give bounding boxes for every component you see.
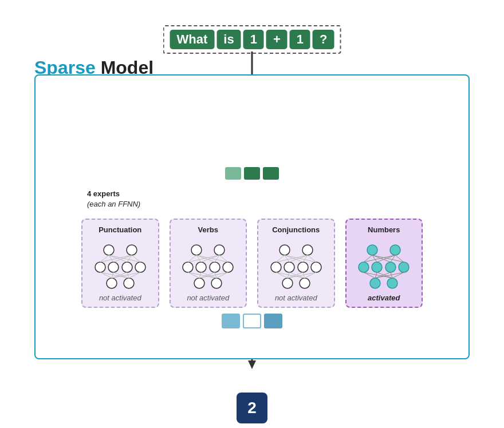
expert-conjunctions-title: Conjunctions — [272, 225, 320, 234]
svg-point-94 — [370, 278, 380, 288]
svg-point-17 — [127, 245, 137, 255]
svg-marker-9 — [248, 360, 256, 369]
expert-conjunctions-status: not activated — [275, 294, 317, 302]
experts-label: 4 experts (each an FFNN) — [87, 189, 140, 209]
router-cell-3 — [263, 167, 279, 180]
nn-numbers — [355, 239, 412, 290]
expert-verbs-title: Verbs — [198, 225, 218, 234]
router-cell-2 — [244, 167, 260, 180]
svg-point-41 — [214, 245, 225, 255]
svg-point-64 — [279, 245, 290, 255]
svg-point-70 — [282, 278, 293, 288]
output-cell-1 — [222, 314, 240, 328]
svg-point-95 — [387, 278, 397, 288]
svg-point-68 — [298, 262, 308, 272]
experts-desc: (each an FFNN) — [87, 200, 140, 208]
expert-punctuation-title: Punctuation — [99, 225, 141, 234]
token-q: ? — [313, 30, 334, 49]
expert-numbers-title: Numbers — [368, 225, 400, 234]
svg-point-46 — [194, 278, 204, 288]
output-cell-2 — [243, 314, 261, 328]
svg-point-71 — [300, 278, 310, 288]
nn-verbs — [179, 239, 237, 290]
svg-point-40 — [191, 245, 202, 255]
experts-row: Punctuation — [81, 219, 423, 308]
svg-point-88 — [367, 245, 377, 255]
svg-point-19 — [108, 262, 119, 272]
output-cell-3 — [264, 314, 282, 328]
expert-numbers: Numbers — [345, 219, 423, 308]
expert-conjunctions: Conjunctions — [257, 219, 335, 308]
nn-punctuation — [92, 239, 149, 290]
svg-point-42 — [183, 262, 193, 272]
svg-point-18 — [95, 262, 105, 272]
svg-point-65 — [302, 245, 313, 255]
svg-point-43 — [196, 262, 206, 272]
main-box: 4 experts (each an FFNN) Punctuation — [34, 74, 470, 359]
svg-point-20 — [122, 262, 132, 272]
token-what: What — [170, 30, 215, 49]
svg-point-44 — [210, 262, 220, 272]
output-embedding-block — [222, 314, 282, 328]
svg-point-66 — [271, 262, 281, 272]
svg-point-23 — [124, 278, 134, 288]
expert-numbers-status: activated — [368, 294, 400, 302]
svg-point-45 — [223, 262, 233, 272]
svg-point-93 — [399, 262, 409, 272]
svg-point-47 — [211, 278, 222, 288]
expert-verbs: Verbs — [170, 219, 247, 308]
svg-point-22 — [107, 278, 117, 288]
router-block — [225, 167, 279, 180]
svg-point-16 — [104, 245, 114, 255]
expert-punctuation: Punctuation — [81, 219, 159, 308]
tokens-row: What is 1 + 1 ? — [163, 25, 341, 54]
expert-verbs-status: not activated — [187, 294, 229, 302]
token-1a: 1 — [243, 30, 264, 49]
final-output-token: 2 — [237, 393, 267, 423]
expert-punctuation-status: not activated — [99, 294, 141, 302]
svg-point-90 — [359, 262, 369, 272]
router-cell-1 — [225, 167, 241, 180]
svg-point-21 — [135, 262, 145, 272]
svg-point-92 — [385, 262, 396, 272]
token-1b: 1 — [290, 30, 310, 49]
token-is: is — [216, 30, 241, 49]
token-plus: + — [266, 30, 288, 49]
svg-point-91 — [372, 262, 382, 272]
svg-point-89 — [390, 245, 400, 255]
experts-count: 4 experts — [87, 189, 120, 198]
nn-conjunctions — [267, 239, 325, 290]
svg-point-67 — [284, 262, 294, 272]
svg-point-69 — [311, 262, 321, 272]
main-container: What is 1 + 1 ? Sparse Model 4 experts (… — [0, 0, 504, 428]
